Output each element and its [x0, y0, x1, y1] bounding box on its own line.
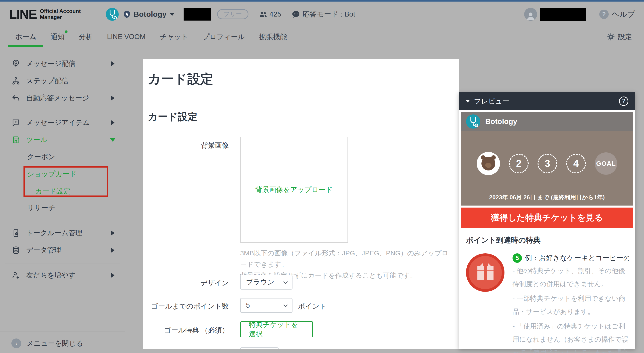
gear-icon	[607, 33, 615, 41]
card-settings-panel: カード設定 カード設定 背景画像 背景画像をアップロード 3MB以下の画像（ファ…	[143, 59, 459, 349]
app-header: LINE Official Account Manager Botology フ…	[0, 1, 644, 27]
section-title: カード設定	[148, 110, 454, 123]
settings-link[interactable]: 設定	[607, 27, 644, 47]
redacted-account-id	[184, 8, 211, 20]
preview-help-icon[interactable]: ?	[619, 96, 628, 106]
expand-arrow-icon	[111, 231, 114, 236]
expand-arrow-icon	[111, 96, 114, 100]
tab-notifications[interactable]: 通知	[44, 27, 72, 47]
friends-count-value: 425	[270, 10, 281, 18]
tab-extensions[interactable]: 拡張機能	[252, 27, 294, 47]
user-avatar[interactable]	[524, 8, 537, 21]
account-dropdown-caret-icon[interactable]	[170, 13, 175, 16]
upload-helper-row: 3MB以下の画像（ファイル形式：JPG、JPEG、PNG）のみアップロードできま…	[148, 248, 454, 271]
expand-arrow-icon	[111, 120, 114, 125]
upload-background-link[interactable]: 背景画像をアップロード	[255, 185, 332, 194]
background-image-upload-box[interactable]: 背景画像をアップロード	[240, 137, 348, 243]
verified-badge-icon	[123, 10, 131, 18]
person-icon	[526, 10, 536, 21]
notification-dot	[64, 30, 68, 33]
storefront-icon	[12, 135, 20, 144]
help-icon[interactable]: ?	[599, 9, 609, 19]
shop-card-preview: 2 3 4 GOAL 2023年 06月 26日 まで (最終利用日から1年)	[461, 131, 633, 206]
broadcast-icon	[12, 59, 20, 68]
page-title: カード設定	[148, 70, 454, 88]
sidebar: メッセージ配信 ステップ配信 自動応答メッセージ メッセージアイテム	[0, 47, 125, 353]
card-expiry-date: 2023年 06月 26日 まで (最終利用日から1年)	[461, 193, 633, 201]
point-number-badge: 5	[512, 253, 522, 263]
tab-line-voom[interactable]: LINE VOOM	[100, 27, 152, 47]
expand-arrow-icon	[111, 61, 114, 66]
sidebar-item-gain-friends[interactable]: 友だちを増やす	[0, 267, 125, 283]
sidebar-item-message-items[interactable]: メッセージアイテム	[0, 115, 125, 130]
stamp-2: 2	[509, 154, 528, 173]
preview-panel: プレビュー ? Botology 2 3 4	[459, 92, 635, 349]
tab-chat[interactable]: チャット	[153, 27, 196, 47]
select-goal-ticket-button[interactable]: 特典チケットを選択	[240, 321, 313, 337]
reward-note: - 他の特典チケット、割引、その他優待制度との併用はできません。	[512, 264, 629, 291]
collapse-arrow-icon	[110, 138, 116, 142]
stethoscope-icon	[466, 114, 480, 129]
chat-bubble-icon	[292, 10, 300, 18]
preview-account-name: Botology	[485, 117, 517, 126]
database-icon	[12, 246, 20, 255]
account-avatar[interactable]	[106, 8, 119, 21]
preview-gap	[461, 206, 633, 208]
point-reward-row: ポイント特典 1 特典チケットを選択	[148, 347, 454, 349]
goal-points-label: ゴールまでのポイント数	[148, 302, 229, 311]
followers-icon	[259, 10, 267, 18]
preview-header[interactable]: プレビュー ?	[459, 92, 635, 110]
goal-points-select[interactable]: 5	[240, 298, 292, 313]
point-rewards-section: ポイント到達時の特典 5 例：お好きなケーキとコーヒーのセ… - 他の特典チケッ…	[461, 228, 633, 353]
expand-arrow-icon	[111, 273, 114, 278]
line-logo-subtext: Official Account Manager	[40, 8, 81, 20]
design-row: デザイン ブラウン	[148, 275, 454, 290]
goal-reward-row: ゴール特典 （必須） 特典チケットを選択	[148, 321, 454, 337]
annotation-highlight-box	[24, 166, 108, 197]
tab-home[interactable]: ホーム	[8, 27, 44, 47]
tab-profile[interactable]: プロフィール	[196, 27, 252, 47]
reward-note: - 「使用済み」の特典チケットはご利用になれません（お客さまの操作で誤って「使用…	[512, 320, 629, 353]
sidebar-item-message-broadcast[interactable]: メッセージ配信	[0, 56, 125, 71]
sidebar-item-coupon[interactable]: クーポン	[0, 149, 125, 165]
account-name[interactable]: Botology	[134, 10, 166, 18]
goal-reward-label: ゴール特典 （必須）	[148, 326, 229, 335]
title-divider	[148, 101, 454, 101]
reply-arrow-icon	[12, 94, 20, 102]
top-accent-strip	[0, 0, 644, 1]
settings-label: 設定	[618, 32, 632, 41]
stamp-1-bear-icon	[477, 152, 500, 175]
phone-chat-icon	[12, 229, 20, 238]
sidebar-item-talk-room[interactable]: トークルーム管理	[0, 225, 125, 241]
sidebar-divider	[5, 263, 120, 263]
stamp-goal: GOAL	[595, 152, 617, 175]
sidebar-item-close-menu[interactable]: ‹ メニューを閉じる	[0, 336, 125, 351]
upload-helper-line1: 3MB以下の画像（ファイル形式：JPG、JPEG、PNG）のみアップロードできま…	[240, 248, 450, 270]
reward-example-title: 例：お好きなケーキとコーヒーのセ…	[525, 253, 629, 263]
sidebar-item-data-management[interactable]: データ管理	[0, 242, 125, 258]
background-image-label: 背景画像	[148, 141, 229, 150]
collapse-menu-icon: ‹	[12, 339, 21, 348]
sidebar-item-tools[interactable]: ツール	[0, 132, 125, 148]
add-friend-icon	[12, 271, 20, 280]
design-select[interactable]: ブラウン	[240, 275, 292, 290]
line-oam-logo[interactable]: LINE Official Account Manager	[9, 7, 81, 22]
goal-points-row: ゴールまでのポイント数 5 ポイント	[148, 298, 454, 313]
expand-arrow-icon	[111, 248, 114, 253]
sidebar-item-step-broadcast[interactable]: ステップ配信	[0, 73, 125, 89]
sidebar-item-research[interactable]: リサーチ	[0, 200, 125, 216]
stethoscope-icon	[106, 8, 119, 21]
sidebar-item-auto-reply[interactable]: 自動応答メッセージ	[0, 90, 125, 106]
help-label[interactable]: ヘルプ	[612, 9, 635, 19]
redacted-user-name	[540, 8, 586, 21]
preview-body: Botology 2 3 4 GOAL 2023年 06月 26日 まで (最終…	[459, 110, 635, 353]
sidebar-divider	[5, 221, 120, 221]
tab-analytics[interactable]: 分析	[72, 27, 100, 47]
view-earned-tickets-button[interactable]: 獲得した特典チケットを見る	[461, 208, 633, 228]
points-suffix: ポイント	[298, 302, 326, 311]
point-reward-select[interactable]: 1	[240, 348, 278, 349]
response-mode-value: 応答モード : Bot	[302, 9, 355, 19]
preview-chat-header: Botology	[461, 112, 633, 131]
preview-title: プレビュー	[474, 96, 510, 106]
stamp-4: 4	[566, 154, 586, 173]
